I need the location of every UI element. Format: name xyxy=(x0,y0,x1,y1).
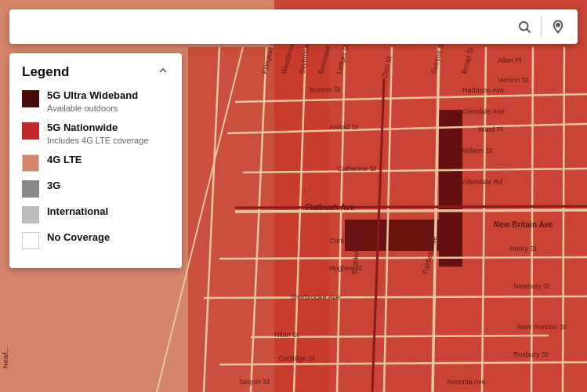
legend-panel: Legend 5G Ultra WidebandAvailable outdoo… xyxy=(9,53,182,268)
legend-item-5g-nationwide: 5G NationwideIncludes 4G LTE coverage xyxy=(22,122,169,146)
svg-text:Sherbrooke Ave: Sherbrooke Ave xyxy=(290,293,340,301)
svg-text:Vernon St: Vernon St xyxy=(498,76,529,84)
legend-text-4g-lte: 4G LTE xyxy=(47,154,82,167)
legend-swatch-4g-lte xyxy=(22,154,39,172)
legend-label-5g-ultra-wideband: 5G Ultra Wideband xyxy=(47,89,138,103)
search-button[interactable] xyxy=(514,16,534,37)
svg-text:Wilson St: Wilson St xyxy=(462,147,493,154)
legend-text-3g: 3G xyxy=(47,180,60,193)
location-icon xyxy=(551,20,565,34)
search-divider xyxy=(541,17,542,36)
legend-label-international: International xyxy=(47,205,108,219)
svg-line-8 xyxy=(235,210,587,212)
legend-items-container: 5G Ultra WidebandAvailable outdoors5G Na… xyxy=(22,89,169,249)
legend-item-5g-ultra-wideband: 5G Ultra WidebandAvailable outdoors xyxy=(22,89,169,114)
legend-label-3g: 3G xyxy=(47,180,60,193)
svg-text:Allendale Rd: Allendale Rd xyxy=(462,178,502,186)
legend-swatch-5g-ultra-wideband xyxy=(22,90,39,107)
legend-text-5g-ultra-wideband: 5G Ultra WidebandAvailable outdoors xyxy=(47,89,138,114)
svg-text:Roxbury St: Roxbury St xyxy=(513,350,549,358)
svg-text:Harbison Ave: Harbison Ave xyxy=(462,86,504,94)
svg-text:Sequin St: Sequin St xyxy=(239,378,270,386)
svg-rect-3 xyxy=(439,110,462,267)
svg-text:Coolidge St: Coolidge St xyxy=(278,354,315,362)
legend-title: Legend xyxy=(22,64,69,80)
svg-line-24 xyxy=(235,206,587,208)
legend-item-no-coverage: No Coverage xyxy=(22,231,169,249)
legend-item-3g: 3G xyxy=(22,180,169,198)
svg-text:Newf...: Newf... xyxy=(2,347,9,368)
svg-text:New Britain Ave: New Britain Ave xyxy=(494,220,553,229)
svg-point-59 xyxy=(520,22,528,31)
svg-text:Catherine St: Catherine St xyxy=(337,165,377,172)
legend-sublabel-5g-nationwide: Includes 4G LTE coverage xyxy=(47,135,148,146)
legend-label-5g-nationwide: 5G Nationwide xyxy=(47,122,148,135)
chevron-up-icon xyxy=(157,64,169,77)
svg-text:Allen Pl: Allen Pl xyxy=(498,56,522,64)
legend-sublabel-5g-ultra-wideband: Available outdoors xyxy=(47,103,138,114)
svg-text:Henry St: Henry St xyxy=(509,245,538,252)
legend-collapse-button[interactable] xyxy=(157,64,169,80)
map-container: Bonner St Arnold St Catherine St Flatbus… xyxy=(0,0,587,392)
legend-swatch-5g-nationwide xyxy=(22,122,39,140)
legend-header: Legend xyxy=(22,64,169,80)
legend-swatch-no-coverage xyxy=(22,232,39,249)
legend-text-no-coverage: No Coverage xyxy=(47,231,110,245)
svg-text:Newbury St: Newbury St xyxy=(513,282,550,290)
svg-point-61 xyxy=(556,24,560,27)
search-input[interactable]: 129 Brewster road, we xyxy=(19,20,514,34)
svg-text:Arnold St: Arnold St xyxy=(329,123,359,131)
svg-text:Ansonia Ave: Ansonia Ave xyxy=(447,378,486,386)
legend-item-international: International xyxy=(22,205,169,223)
legend-text-international: International xyxy=(47,205,108,219)
legend-label-4g-lte: 4G LTE xyxy=(47,154,82,167)
svg-line-60 xyxy=(527,29,530,32)
legend-text-5g-nationwide: 5G NationwideIncludes 4G LTE coverage xyxy=(47,122,148,146)
svg-text:Nilan St: Nilan St xyxy=(274,331,299,339)
svg-text:Bonner St: Bonner St xyxy=(310,85,342,94)
legend-swatch-international xyxy=(22,206,39,223)
legend-item-4g-lte: 4G LTE xyxy=(22,154,169,172)
svg-text:Flatbush Ave: Flatbush Ave xyxy=(306,203,354,212)
location-button[interactable] xyxy=(548,16,568,37)
svg-text:Glendale Ave: Glendale Ave xyxy=(462,107,504,115)
search-icon xyxy=(517,20,531,34)
svg-text:New Preston St: New Preston St xyxy=(517,323,567,331)
legend-swatch-3g xyxy=(22,180,39,198)
svg-text:Ward Pl: Ward Pl xyxy=(478,125,503,133)
legend-label-no-coverage: No Coverage xyxy=(47,231,110,245)
search-bar: 129 Brewster road, we xyxy=(9,9,578,44)
